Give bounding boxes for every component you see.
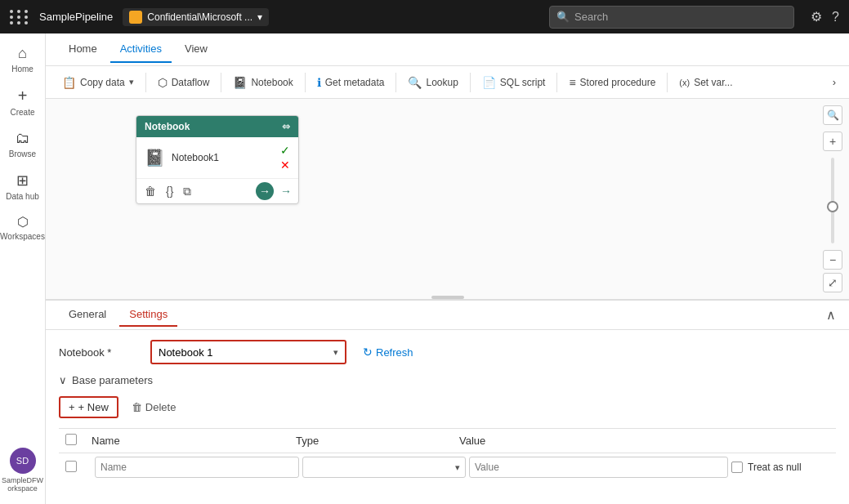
search-placeholder: Search — [574, 11, 608, 23]
topbar: SamplePipeline Confidential\Microsoft ..… — [0, 0, 849, 33]
help-icon[interactable]: ? — [832, 10, 839, 25]
settings-icon[interactable]: ⚙ — [811, 9, 822, 25]
workspace-label: Confidential\Microsoft ... — [147, 11, 252, 23]
search-icon: 🔍 — [556, 11, 570, 23]
app-dots-icon[interactable] — [10, 10, 29, 25]
search-bar[interactable]: 🔍 Search — [549, 6, 794, 29]
workspace-chevron-icon: ▾ — [257, 11, 262, 23]
topbar-right: ⚙ ? — [811, 9, 839, 25]
pipeline-title: SamplePipeline — [39, 11, 113, 23]
workspace-selector[interactable]: Confidential\Microsoft ... ▾ — [123, 8, 269, 26]
workspace-icon — [129, 11, 142, 24]
